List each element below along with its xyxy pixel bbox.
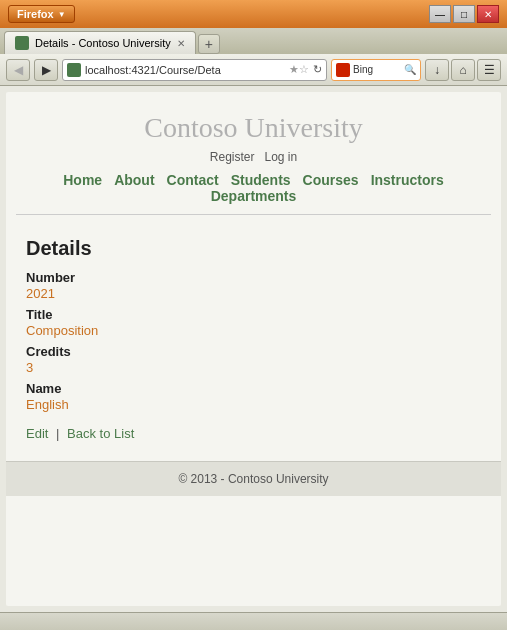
window-controls: — □ ✕ (429, 5, 499, 23)
reload-icon[interactable]: ↻ (313, 63, 322, 76)
new-tab-button[interactable]: + (198, 34, 220, 54)
nav-bar: ◀ ▶ localhost:4321/Course/Deta ★☆ ↻ Bing… (0, 54, 507, 86)
back-button[interactable]: ◀ (6, 59, 30, 81)
dropdown-arrow-icon: ▼ (58, 10, 66, 19)
back-to-list-link[interactable]: Back to List (67, 426, 134, 441)
field-value-name: English (26, 397, 481, 412)
tab-bar: Details - Contoso University ✕ + (0, 28, 507, 54)
firefox-label: Firefox (17, 8, 54, 20)
nav-home[interactable]: Home (63, 172, 102, 188)
field-value-title: Composition (26, 323, 481, 338)
nav-divider (16, 214, 491, 215)
field-label-number: Number (26, 270, 481, 285)
bookmark-icon: ★☆ (289, 63, 309, 76)
home-button[interactable]: ⌂ (451, 59, 475, 81)
browser-window: Firefox ▼ — □ ✕ Details - Contoso Univer… (0, 0, 507, 630)
page-heading: Details (26, 237, 481, 260)
field-value-number: 2021 (26, 286, 481, 301)
action-separator: | (56, 426, 59, 441)
search-engine-label: Bing (353, 64, 401, 75)
register-link[interactable]: Register (210, 150, 255, 164)
page-footer: © 2013 - Contoso University (6, 461, 501, 496)
nav-about[interactable]: About (114, 172, 154, 188)
site-title: Contoso University (16, 112, 491, 144)
active-tab[interactable]: Details - Contoso University ✕ (4, 31, 196, 54)
search-bar[interactable]: Bing 🔍 (331, 59, 421, 81)
field-label-title: Title (26, 307, 481, 322)
nav-students[interactable]: Students (231, 172, 291, 188)
close-button[interactable]: ✕ (477, 5, 499, 23)
minimize-button[interactable]: — (429, 5, 451, 23)
site-auth: Register Log in (16, 150, 491, 164)
maximize-button[interactable]: □ (453, 5, 475, 23)
menu-button[interactable]: ☰ (477, 59, 501, 81)
page-area: Contoso University Register Log in Home … (0, 86, 507, 612)
tab-favicon-icon (15, 36, 29, 50)
search-engine-logo (336, 63, 350, 77)
nav-departments[interactable]: Departments (211, 188, 297, 204)
nav-courses[interactable]: Courses (303, 172, 359, 188)
firefox-menu-button[interactable]: Firefox ▼ (8, 5, 75, 23)
address-bar[interactable]: localhost:4321/Course/Deta ★☆ ↻ (62, 59, 327, 81)
detail-actions: Edit | Back to List (26, 426, 481, 441)
extra-nav-buttons: ↓ ⌂ ☰ (425, 59, 501, 81)
nav-contact[interactable]: Contact (167, 172, 219, 188)
tab-close-icon[interactable]: ✕ (177, 38, 185, 49)
field-label-credits: Credits (26, 344, 481, 359)
download-button[interactable]: ↓ (425, 59, 449, 81)
site-nav: Home About Contact Students Courses Inst… (16, 172, 491, 204)
address-text: localhost:4321/Course/Deta (85, 64, 287, 76)
nav-instructors[interactable]: Instructors (371, 172, 444, 188)
site-header: Contoso University Register Log in Home … (6, 92, 501, 223)
status-bar (0, 612, 507, 630)
detail-section: Details Number 2021 Title Composition Cr… (6, 223, 501, 461)
tab-label: Details - Contoso University (35, 37, 171, 49)
login-link[interactable]: Log in (265, 150, 298, 164)
footer-text: © 2013 - Contoso University (178, 472, 328, 486)
field-label-name: Name (26, 381, 481, 396)
title-bar: Firefox ▼ — □ ✕ (0, 0, 507, 28)
page-content: Contoso University Register Log in Home … (6, 92, 501, 606)
address-favicon-icon (67, 63, 81, 77)
search-icon[interactable]: 🔍 (404, 64, 416, 75)
forward-button[interactable]: ▶ (34, 59, 58, 81)
edit-link[interactable]: Edit (26, 426, 48, 441)
field-value-credits: 3 (26, 360, 481, 375)
